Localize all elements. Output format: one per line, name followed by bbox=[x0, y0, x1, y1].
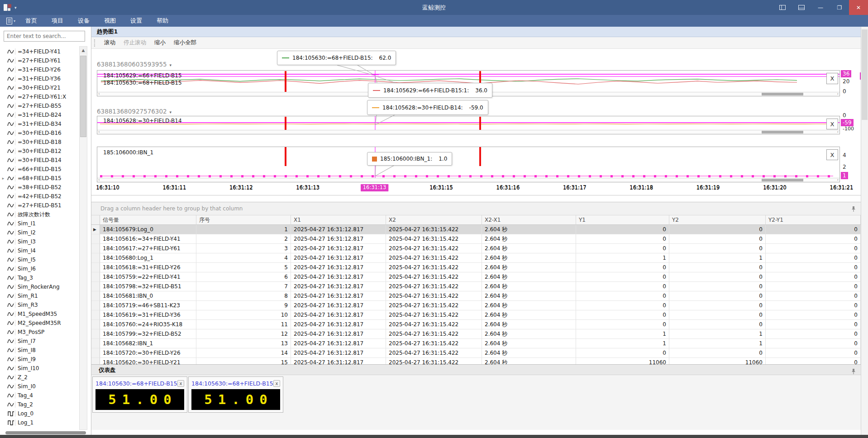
table-row[interactable]: 184:105620:=30+FIELD-Y21152025-04-27 16:… bbox=[91, 358, 861, 364]
tree-item[interactable]: =30+FIELD-B16 bbox=[0, 129, 80, 138]
tree-item[interactable]: =66+FIELD-B15 bbox=[0, 165, 80, 174]
tree-item[interactable]: M2_SpeedM35R bbox=[0, 319, 80, 328]
table-row[interactable]: 184:105798:=32+FIELD-B5172025-04-27 16:3… bbox=[91, 282, 861, 291]
tree-item[interactable]: Sim_I5 bbox=[0, 255, 80, 264]
chart2-title-dropdown[interactable]: 638813680927576302▾ bbox=[97, 108, 172, 115]
table-row[interactable]: 184:105682:IBN_1132025-04-27 16:31:12.81… bbox=[91, 339, 861, 348]
table-row[interactable]: 184:105759:=22+FIELD-Y4162025-04-27 16:3… bbox=[91, 272, 861, 282]
tree-item[interactable]: Sim_I4 bbox=[0, 246, 80, 255]
layout-panel-icon[interactable] bbox=[773, 0, 792, 15]
tree-item[interactable]: ▸=68+FIELD-B15 bbox=[0, 174, 80, 183]
tree-item[interactable]: =27+FIELD-B55 bbox=[0, 101, 80, 110]
menu-item-4[interactable]: 设置 bbox=[123, 15, 149, 27]
tree-item[interactable]: =27+FIELD-Y61 bbox=[0, 56, 80, 65]
tree-item[interactable]: =31+FIELD-Y36 bbox=[0, 74, 80, 83]
menu-item-3[interactable]: 视图 bbox=[97, 15, 123, 27]
gauge-card[interactable]: 184:105630:=68+FIELD-B15x51.00 bbox=[92, 376, 187, 413]
toolbar-button-2[interactable]: 缩小 bbox=[150, 39, 170, 47]
pin-icon[interactable] bbox=[851, 368, 856, 375]
trend-chart-2[interactable]: 184:105628:=30+FIELD-B14 ‹› bbox=[97, 116, 840, 134]
scroll-up-icon[interactable]: ▲ bbox=[80, 47, 87, 54]
tree-item[interactable]: =42+FIELD-B52 bbox=[0, 192, 80, 201]
table-row[interactable]: 184:105617:=27+FIELD-Y6132025-04-27 16:3… bbox=[91, 244, 861, 253]
toolbar-button-0[interactable]: 滚动 bbox=[100, 39, 119, 47]
scrollbar-thumb[interactable] bbox=[80, 56, 86, 137]
tree-item[interactable]: Sim_I2 bbox=[0, 228, 80, 237]
grid-column-header[interactable]: X1 bbox=[291, 215, 386, 225]
tree-item[interactable]: M3_PosSP bbox=[0, 328, 80, 337]
scroll-left-icon[interactable]: ‹ bbox=[98, 178, 100, 182]
gauge-close-button[interactable]: x bbox=[273, 380, 280, 387]
chart1-title-dropdown[interactable]: 638813680603593955▾ bbox=[97, 61, 172, 68]
tree-item[interactable]: =27+FIELD-B51 bbox=[0, 201, 80, 210]
grid-column-header[interactable]: 信号量 bbox=[100, 215, 196, 225]
scroll-right-icon[interactable]: › bbox=[837, 92, 839, 96]
table-row[interactable]: 184:105681:IBN_082025-04-27 16:31:12.817… bbox=[91, 291, 861, 301]
scroll-left-icon[interactable]: ‹ bbox=[98, 130, 100, 134]
grid-header-row[interactable]: 信号量序号X1X2X2-X1Y1Y2Y2-Y1 bbox=[91, 215, 861, 225]
table-row[interactable]: 184:105618:=31+FIELD-Y2652025-04-27 16:3… bbox=[91, 263, 861, 272]
toolbar-button-3[interactable]: 缩小全部 bbox=[170, 39, 200, 47]
tree-item[interactable]: Sim_RockerAng bbox=[0, 282, 80, 291]
trend-tab-header[interactable]: 趋势图1 bbox=[91, 27, 861, 37]
scroll-right-icon[interactable]: › bbox=[837, 178, 839, 182]
app-menu-button[interactable]: ▾ bbox=[4, 15, 18, 27]
scrollbar-thumb[interactable] bbox=[762, 131, 803, 133]
trend-chart-3[interactable]: 185:106000:IBN_1 ‹› bbox=[97, 147, 840, 182]
table-row[interactable]: 184:105760:=24+RIO35-K18112025-04-27 16:… bbox=[91, 320, 861, 329]
table-row[interactable]: 184:105719:=46+SB11-K2392025-04-27 16:31… bbox=[91, 301, 861, 310]
grid-column-header[interactable]: X2-X1 bbox=[482, 215, 576, 225]
tree-item[interactable]: =31+FIELD-B34 bbox=[0, 119, 80, 129]
tree-item[interactable]: =27+FIELD-Y61:X bbox=[0, 92, 80, 101]
layout-panel2-icon[interactable] bbox=[792, 0, 811, 15]
tree-item[interactable]: Tag_2 bbox=[0, 400, 80, 409]
dashboard-header[interactable]: 仪表盘 bbox=[91, 364, 861, 375]
tree-item[interactable]: =30+FIELD-Y21 bbox=[0, 83, 80, 92]
menu-item-0[interactable]: 首页 bbox=[18, 15, 44, 27]
chart2-close-button[interactable]: X bbox=[826, 119, 838, 129]
gauge-close-button[interactable]: x bbox=[177, 380, 184, 387]
menu-item-2[interactable]: 设备 bbox=[71, 15, 97, 27]
tree-item[interactable]: M1_SpeedM35 bbox=[0, 309, 80, 319]
tree-item[interactable]: Sim_R3 bbox=[0, 300, 80, 309]
close-button[interactable]: ✕ bbox=[849, 0, 868, 15]
grid-column-header[interactable]: X2 bbox=[386, 215, 482, 225]
tree-item[interactable]: Sim_I1 bbox=[0, 219, 80, 228]
chart3-close-button[interactable]: X bbox=[826, 149, 838, 160]
gauge-card[interactable]: 184:105630:=68+FIELD-B15x51.00 bbox=[188, 376, 283, 413]
grid-column-header[interactable]: Y2 bbox=[669, 215, 766, 225]
tree-item[interactable]: =30+FIELD-B18 bbox=[0, 138, 80, 147]
main-vertical-scrollbar[interactable] bbox=[861, 27, 868, 435]
tree-item[interactable]: Tag_3 bbox=[0, 273, 80, 282]
scroll-left-icon[interactable]: ‹ bbox=[98, 92, 100, 96]
tree-item[interactable]: =38+FIELD-B52 bbox=[0, 183, 80, 192]
menu-item-5[interactable]: 帮助 bbox=[149, 15, 176, 27]
maximize-button[interactable]: ❐ bbox=[830, 0, 849, 15]
scrollbar-thumb[interactable] bbox=[862, 29, 868, 120]
table-row[interactable]: ▶184:105679:Log_012025-04-27 16:31:12.81… bbox=[91, 225, 861, 234]
table-row[interactable]: 184:105680:Log_142025-04-27 16:31:12.817… bbox=[91, 253, 861, 263]
tree-item[interactable]: Sim_I8 bbox=[0, 346, 80, 355]
tree-item[interactable]: =34+FIELD-Y41 bbox=[0, 47, 80, 56]
tree-item[interactable]: Log_1 bbox=[0, 418, 80, 427]
tree-item[interactable]: Sim_I6 bbox=[0, 264, 80, 273]
tree-item[interactable]: Z_2 bbox=[0, 373, 80, 382]
tree-item[interactable]: =30+FIELD-B12 bbox=[0, 147, 80, 156]
chart3-horizontal-scrollbar[interactable]: ‹› bbox=[97, 178, 839, 182]
table-row[interactable]: 184:105799:=32+FIELD-B52122025-04-27 16:… bbox=[91, 329, 861, 339]
tree-item[interactable]: Sim_I10 bbox=[0, 364, 80, 373]
grid-column-header[interactable]: Y2-Y1 bbox=[766, 215, 861, 225]
chart2-horizontal-scrollbar[interactable]: ‹› bbox=[97, 130, 839, 134]
table-row[interactable]: 184:105616:=34+FIELD-Y4122025-04-27 16:3… bbox=[91, 234, 861, 244]
tree-item[interactable]: Sim_R1 bbox=[0, 291, 80, 300]
tree-item[interactable]: 故障次数计数 bbox=[0, 210, 80, 219]
tree-item[interactable]: Sim_I7 bbox=[0, 337, 80, 346]
table-row[interactable]: 184:105619:=31+FIELD-Y36102025-04-27 16:… bbox=[91, 310, 861, 320]
scrollbar-thumb[interactable] bbox=[5, 431, 86, 434]
scrollbar-thumb[interactable] bbox=[762, 93, 803, 95]
chart1-close-button[interactable]: X bbox=[826, 73, 838, 84]
tree-item[interactable]: =31+FIELD-Y26 bbox=[0, 65, 80, 74]
tree-item[interactable]: Sim_I9 bbox=[0, 355, 80, 364]
tree-item[interactable]: Sim_I0 bbox=[0, 382, 80, 391]
sidebar-vertical-scrollbar[interactable]: ▲ bbox=[79, 46, 87, 430]
